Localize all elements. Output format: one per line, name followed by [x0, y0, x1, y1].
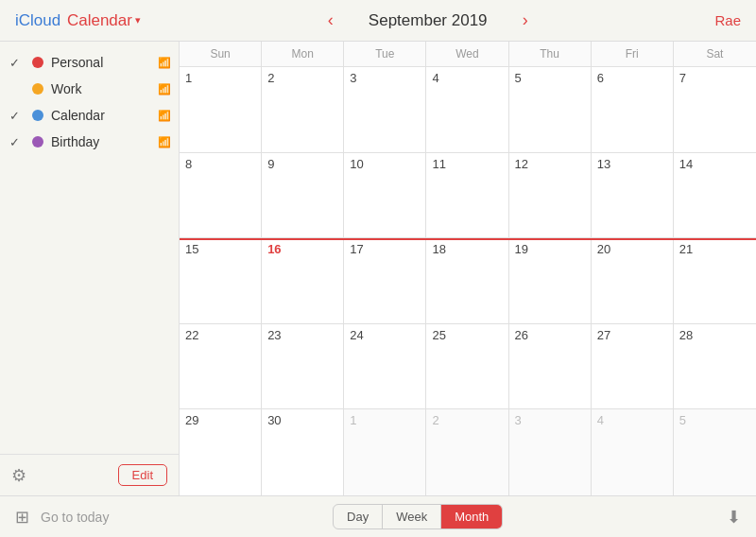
- calendar-week-4: 293012345: [180, 409, 756, 495]
- calendar-cell-2-6[interactable]: 21: [674, 238, 756, 323]
- calendar-cell-4-6[interactable]: 5: [674, 409, 756, 495]
- day-number: 3: [515, 413, 522, 427]
- view-btn-month[interactable]: Month: [441, 505, 502, 528]
- calendar-cell-0-5[interactable]: 6: [592, 67, 674, 152]
- next-month-button[interactable]: ›: [517, 9, 534, 32]
- calendar-share-icon[interactable]: 📶: [158, 110, 171, 122]
- birthday-share-icon[interactable]: 📶: [158, 136, 171, 148]
- calendar-dropdown-arrow[interactable]: ▾: [135, 14, 141, 26]
- calendar-cell-4-1[interactable]: 30: [262, 409, 344, 495]
- main-content: ✓Personal📶Work📶✓Calendar📶✓Birthday📶 ⚙ Ed…: [0, 42, 756, 495]
- personal-check: ✓: [9, 56, 25, 70]
- calendar-cell-2-2[interactable]: 17: [344, 238, 426, 323]
- calendar-grid: 1234567891011121314151617181920212223242…: [180, 67, 756, 495]
- bottom-toolbar: ⊞ Go to today DayWeekMonth ⬇: [0, 495, 756, 537]
- calendar-grid-icon[interactable]: ⊞: [15, 507, 29, 528]
- calendar-cell-0-6[interactable]: 7: [674, 67, 756, 152]
- day-header-sun: Sun: [180, 42, 262, 66]
- day-number: 5: [679, 413, 686, 427]
- calendar-area: SunMonTueWedThuFriSat 123456789101112131…: [180, 42, 756, 495]
- sidebar: ✓Personal📶Work📶✓Calendar📶✓Birthday📶 ⚙ Ed…: [0, 42, 180, 495]
- day-number: 1: [350, 413, 356, 427]
- calendar-cell-2-1[interactable]: 16: [262, 238, 344, 323]
- calendar-list: ✓Personal📶Work📶✓Calendar📶✓Birthday📶: [0, 42, 179, 454]
- download-icon[interactable]: ⬇: [727, 507, 741, 528]
- calendar-check: ✓: [9, 109, 25, 123]
- day-number: 23: [267, 328, 281, 342]
- view-btn-day[interactable]: Day: [334, 505, 383, 528]
- day-header-sat: Sat: [674, 42, 756, 66]
- icloud-label: iCloud: [15, 11, 60, 30]
- calendar-week-3: 22232425262728: [180, 324, 756, 410]
- calendar-cell-1-1[interactable]: 9: [262, 153, 344, 238]
- month-navigation: ‹ September 2019 ›: [322, 9, 534, 32]
- day-header-wed: Wed: [426, 42, 508, 66]
- calendar-cell-1-6[interactable]: 14: [674, 153, 756, 238]
- calendar-cell-2-0[interactable]: 15: [180, 238, 262, 323]
- calendar-cell-4-3[interactable]: 2: [426, 409, 508, 495]
- calendar-cell-3-3[interactable]: 25: [426, 324, 508, 409]
- personal-label: Personal: [51, 55, 154, 70]
- sidebar-item-calendar[interactable]: ✓Calendar📶: [0, 102, 179, 129]
- calendar-cell-0-1[interactable]: 2: [262, 67, 344, 152]
- prev-month-button[interactable]: ‹: [322, 9, 339, 32]
- day-number: 10: [350, 157, 363, 171]
- calendar-cell-1-3[interactable]: 11: [426, 153, 508, 238]
- calendar-cell-3-4[interactable]: 26: [509, 324, 592, 409]
- day-number: 15: [185, 242, 198, 256]
- calendar-week-1: 891011121314: [180, 153, 756, 239]
- day-number: 21: [679, 242, 693, 256]
- sidebar-item-birthday[interactable]: ✓Birthday📶: [0, 129, 179, 155]
- calendar-cell-2-4[interactable]: 19: [509, 238, 592, 323]
- day-number: 11: [432, 157, 445, 171]
- day-number: 17: [350, 242, 363, 256]
- view-btn-week[interactable]: Week: [383, 505, 441, 528]
- personal-share-icon[interactable]: 📶: [158, 57, 171, 69]
- calendar-cell-3-5[interactable]: 27: [592, 324, 674, 409]
- day-number: 8: [185, 157, 192, 171]
- work-share-icon[interactable]: 📶: [158, 83, 171, 95]
- calendar-cell-4-4[interactable]: 3: [509, 409, 592, 495]
- calendar-cell-4-5[interactable]: 4: [592, 409, 674, 495]
- sidebar-item-personal[interactable]: ✓Personal📶: [0, 49, 179, 76]
- calendar-cell-0-2[interactable]: 3: [344, 67, 426, 152]
- calendar-cell-1-4[interactable]: 12: [509, 153, 592, 238]
- day-number: 25: [432, 328, 445, 342]
- day-number: 7: [679, 71, 686, 85]
- calendar-cell-0-3[interactable]: 4: [426, 67, 508, 152]
- day-number: 22: [185, 328, 198, 342]
- calendar-cell-0-4[interactable]: 5: [509, 67, 592, 152]
- sidebar-item-work[interactable]: Work📶: [0, 76, 179, 102]
- calendar-cell-4-0[interactable]: 29: [180, 409, 262, 495]
- calendar-cell-2-5[interactable]: 20: [592, 238, 674, 323]
- calendar-cell-3-1[interactable]: 23: [262, 324, 344, 409]
- go-today-label[interactable]: Go to today: [41, 510, 109, 525]
- settings-icon[interactable]: ⚙: [11, 465, 26, 486]
- edit-button[interactable]: Edit: [118, 464, 167, 486]
- day-number: 12: [515, 157, 528, 171]
- calendar-dot: [32, 110, 43, 121]
- calendar-label: Calendar: [51, 108, 154, 123]
- calendar-cell-1-5[interactable]: 13: [592, 153, 674, 238]
- app-title[interactable]: iCloud Calendar ▾: [15, 11, 141, 30]
- day-headers: SunMonTueWedThuFriSat: [180, 42, 756, 67]
- day-number: 30: [267, 413, 281, 427]
- user-name[interactable]: Rae: [714, 12, 741, 28]
- calendar-cell-1-2[interactable]: 10: [344, 153, 426, 238]
- day-number: 13: [597, 157, 610, 171]
- day-number: 20: [597, 242, 610, 256]
- work-dot: [32, 83, 43, 95]
- calendar-cell-0-0[interactable]: 1: [180, 67, 262, 152]
- calendar-cell-1-0[interactable]: 8: [180, 153, 262, 238]
- toolbar-left: ⊞ Go to today: [15, 507, 109, 528]
- day-number: 26: [515, 328, 528, 342]
- calendar-cell-4-2[interactable]: 1: [344, 409, 426, 495]
- app-header: iCloud Calendar ▾ ‹ September 2019 › Rae: [0, 0, 756, 42]
- day-number: 16: [267, 242, 281, 256]
- calendar-cell-3-2[interactable]: 24: [344, 324, 426, 409]
- day-number: 2: [267, 71, 274, 85]
- day-number: 24: [350, 328, 363, 342]
- calendar-cell-2-3[interactable]: 18: [426, 238, 508, 323]
- calendar-cell-3-0[interactable]: 22: [180, 324, 262, 409]
- calendar-cell-3-6[interactable]: 28: [674, 324, 756, 409]
